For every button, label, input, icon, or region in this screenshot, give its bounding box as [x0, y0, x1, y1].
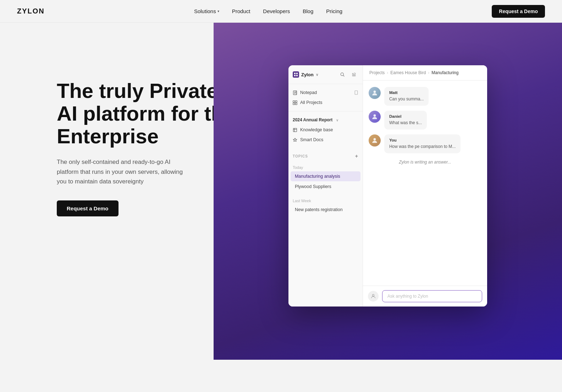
knowledge-base-icon: [293, 128, 297, 132]
chat-area: Matt Can you summa...: [363, 81, 487, 286]
nav-links: Solutions ▾ Product Developers Blog Pric…: [194, 8, 342, 14]
svg-marker-23: [293, 138, 297, 141]
chat-bubble-matt: Matt Can you summa...: [384, 87, 429, 106]
chat-name-matt: Matt: [389, 90, 424, 95]
chat-message-you: You How was the pe comparison to M...: [369, 134, 481, 153]
chat-name-you: You: [389, 138, 456, 142]
today-label: Today: [288, 161, 363, 171]
chat-bubble-you: You How was the pe comparison to M...: [384, 134, 461, 153]
hero-section: The truly Private AI platform for the En…: [0, 23, 562, 342]
sidebar-header-actions: [338, 70, 358, 79]
smart-docs-icon: [293, 138, 297, 142]
chat-input-area: [363, 286, 487, 307]
project-chevron-icon: ∨: [336, 118, 338, 122]
brand-name: Zylon: [301, 72, 314, 77]
avatar-matt: [369, 87, 381, 99]
breadcrumb-current: Manufacturing: [431, 70, 458, 75]
svg-rect-16: [293, 100, 295, 102]
svg-rect-3: [296, 75, 298, 76]
svg-rect-20: [293, 128, 297, 132]
svg-rect-1: [296, 73, 298, 74]
sidebar-header: Zylon ∨: [288, 65, 363, 84]
hero-subtitle: The only self-contained and ready-to-go …: [57, 157, 192, 186]
sidebar-item-knowledge-base[interactable]: Knowledge base: [288, 125, 363, 135]
svg-rect-0: [294, 73, 296, 74]
chat-status: Zylon is writing an answer...: [369, 158, 481, 166]
breadcrumb-sep-1: ›: [387, 70, 388, 75]
breadcrumb-project[interactable]: Eames House Bird: [390, 70, 426, 75]
smart-docs-label: Smart Docs: [300, 137, 323, 142]
topics-section: TOPICS + Today Manufacturing analysis Pl…: [288, 148, 363, 215]
all-projects-label: All Projects: [300, 100, 323, 105]
svg-rect-2: [294, 75, 296, 76]
sidebar-item-all-projects[interactable]: All Projects: [288, 98, 363, 107]
last-week-label: Last Week: [288, 194, 363, 204]
sidebar: Zylon ∨: [288, 65, 363, 307]
nav-blog[interactable]: Blog: [303, 8, 313, 14]
sidebar-nav: Notepad: [288, 84, 363, 111]
sidebar-brand[interactable]: Zylon ∨: [293, 71, 318, 78]
topic-manufacturing-analysis[interactable]: Manufacturing analysis: [291, 171, 360, 181]
svg-rect-18: [293, 103, 295, 105]
brand-chevron-icon: ∨: [316, 73, 318, 77]
logo: ZYLON: [17, 7, 45, 15]
project-group-label: 2024 Annual Report: [293, 117, 332, 122]
nav-developers[interactable]: Developers: [263, 8, 290, 14]
solutions-chevron-icon: ▾: [217, 9, 219, 13]
chat-text-you: How was the pe comparison to M...: [389, 143, 456, 150]
chat-text-matt: Can you summa...: [389, 96, 424, 102]
nav-pricing[interactable]: Pricing: [326, 8, 342, 14]
search-icon[interactable]: [338, 70, 347, 79]
svg-rect-19: [295, 103, 297, 105]
svg-point-25: [374, 114, 376, 117]
topic-plywood-suppliers[interactable]: Plywood Suppliers: [291, 182, 360, 192]
svg-rect-17: [295, 100, 297, 102]
collapse-icon[interactable]: [350, 70, 358, 79]
hero-request-demo-button[interactable]: Request a Demo: [57, 200, 119, 216]
svg-point-26: [374, 138, 376, 140]
knowledge-base-label: Knowledge base: [300, 127, 333, 132]
nav-solutions[interactable]: Solutions ▾: [194, 8, 219, 14]
svg-line-9: [354, 73, 356, 73]
notepad-file-icon: [354, 90, 358, 95]
chat-message-daniel: Daniel What was the s...: [369, 111, 481, 129]
project-group: 2024 Annual Report ∨ Knowledge base: [288, 111, 363, 148]
notepad-icon: [293, 90, 297, 95]
chat-input-avatar-icon: [368, 291, 379, 302]
svg-point-24: [374, 90, 376, 93]
main-content: Projects › Eames House Bird › Manufactur…: [363, 65, 487, 307]
sidebar-item-smart-docs[interactable]: Smart Docs: [288, 135, 363, 145]
svg-line-5: [343, 75, 345, 76]
app-window: Zylon ∨: [288, 65, 487, 307]
topic-new-patents[interactable]: New patents registration: [291, 205, 360, 215]
breadcrumb: Projects › Eames House Bird › Manufactur…: [363, 65, 487, 81]
nav-request-demo-button[interactable]: Request a Demo: [492, 5, 545, 18]
svg-rect-15: [355, 91, 358, 95]
breadcrumb-projects[interactable]: Projects: [369, 70, 385, 75]
svg-point-27: [372, 294, 374, 296]
chat-input-field[interactable]: [382, 290, 482, 302]
chat-message-matt: Matt Can you summa...: [369, 87, 481, 106]
hero-right-panel: Zylon ∨: [214, 23, 562, 360]
breadcrumb-sep-2: ›: [428, 70, 429, 75]
notepad-label: Notepad: [300, 90, 317, 95]
chat-name-daniel: Daniel: [389, 114, 422, 118]
sidebar-item-notepad[interactable]: Notepad: [288, 88, 363, 98]
avatar-daniel: [369, 111, 381, 123]
navbar: ZYLON Solutions ▾ Product Developers Blo…: [0, 0, 562, 23]
chat-bubble-daniel: Daniel What was the s...: [384, 111, 427, 129]
avatar-you: [369, 134, 381, 147]
project-group-header[interactable]: 2024 Annual Report ∨: [288, 115, 363, 125]
topics-add-icon[interactable]: +: [355, 153, 358, 159]
nav-product[interactable]: Product: [232, 8, 250, 14]
topics-section-header: TOPICS +: [288, 148, 363, 161]
all-projects-icon: [293, 100, 297, 105]
svg-point-4: [341, 73, 344, 76]
chat-text-daniel: What was the s...: [389, 120, 422, 126]
brand-icon: [293, 71, 299, 78]
